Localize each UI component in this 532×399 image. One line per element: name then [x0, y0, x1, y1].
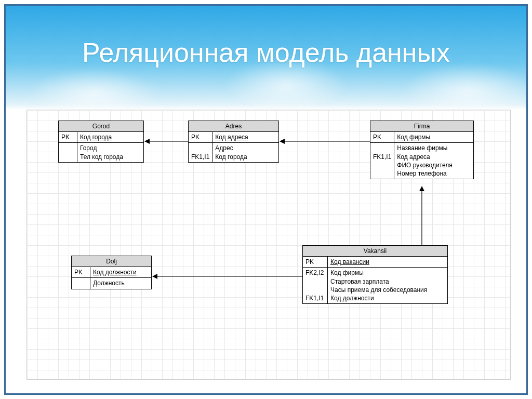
pk-attr: Код вакансии [328, 257, 447, 267]
attr-list: Должность [90, 277, 151, 288]
pk-label: PK [59, 132, 77, 142]
key: FK2,I2 [305, 269, 325, 277]
key-blank [59, 142, 77, 162]
pk-label: PK [72, 267, 90, 277]
attr: Номер телефона [397, 169, 471, 178]
cloud [401, 63, 526, 110]
key [191, 144, 209, 152]
entity-title: Firma [370, 121, 473, 132]
key: FK1,I1 [191, 153, 209, 161]
attr-list: Код фирмы Стартовая зарплата Часы приема… [328, 267, 447, 303]
attr: Код фирмы [330, 269, 445, 277]
key-list: FK2,I2 FK1,I1 [303, 267, 327, 303]
pk-attr: Код должности [90, 267, 151, 277]
attr: Тел код города [80, 153, 141, 161]
pk-label: PK [370, 132, 394, 142]
attr: Код должности [330, 294, 445, 302]
entity-vakansii: Vakansii PK FK2,I2 FK1,I1 Код вакансии К… [302, 245, 448, 304]
slide-frame: Реляционная модель данных Gorod PK Код г… [4, 4, 528, 395]
diagram-canvas: Gorod PK Код города Город Тел код города… [26, 110, 511, 380]
entity-adres: Adres PK FK1,I1 Код адреса Адрес Код гор… [188, 121, 279, 163]
attr: Адрес [215, 144, 276, 152]
entity-title: Dolj [72, 256, 151, 267]
attr: Город [80, 144, 141, 152]
pk-attr: Код города [77, 132, 143, 142]
pk-attr: Код адреса [212, 132, 278, 142]
attr: ФИО руководителя [397, 161, 471, 169]
entity-gorod: Gorod PK Код города Город Тел код города [58, 121, 144, 163]
cloud [26, 68, 162, 110]
entity-title: Gorod [59, 121, 143, 132]
key [373, 144, 391, 152]
attr: Код адреса [397, 153, 471, 161]
pk-label: PK [303, 257, 327, 267]
attr-list: Город Тел код города [77, 142, 143, 162]
attr: Часы приема для собеседования [330, 286, 445, 294]
entity-dolj: Dolj PK Код должности Должность [71, 256, 152, 289]
attr: Должность [93, 279, 149, 287]
key-list: FK1,I1 [189, 142, 212, 162]
entity-title: Adres [189, 121, 278, 132]
attr-list: Название фирмы Код адреса ФИО руководите… [394, 142, 473, 179]
key-list: FK1,I1 [370, 142, 394, 179]
attr: Стартовая зарплата [330, 277, 445, 286]
entity-firma: Firma PK FK1,I1 Код фирмы Название фирмы [370, 121, 474, 179]
key [373, 169, 391, 178]
key [305, 277, 325, 286]
pk-label: PK [189, 132, 212, 142]
attr: Код города [215, 153, 276, 161]
attr: Название фирмы [397, 144, 471, 152]
key: FK1,I1 [305, 294, 325, 302]
attr-list: Адрес Код города [212, 142, 278, 162]
pk-attr: Код фирмы [394, 132, 473, 142]
key [373, 161, 391, 169]
key: FK1,I1 [373, 153, 391, 161]
entity-title: Vakansii [303, 246, 447, 257]
key-blank [72, 277, 90, 288]
slide-title: Реляционная модель данных [6, 37, 526, 68]
key [305, 286, 325, 294]
